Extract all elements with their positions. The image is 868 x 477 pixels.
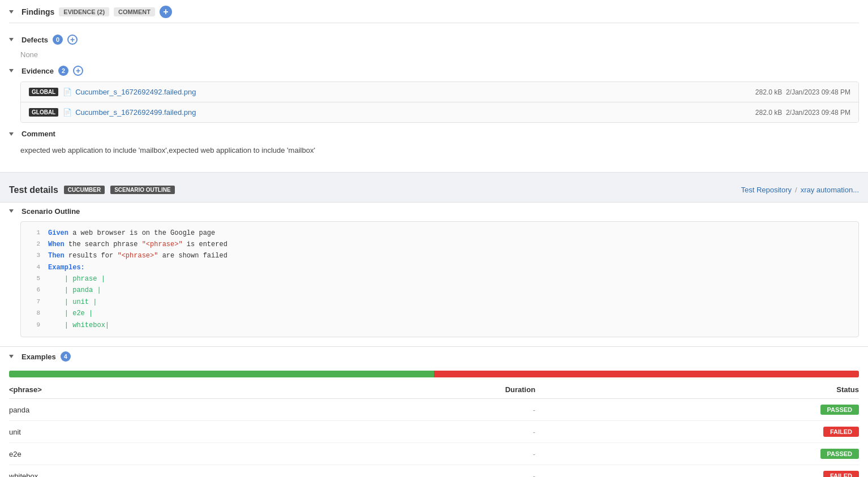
scenario-outline-collapse-icon xyxy=(9,209,14,213)
scenario-outline-code: 1 Given a web browser is on the Google p… xyxy=(20,221,859,338)
example-duration-2: - xyxy=(282,443,535,465)
status-badge-3: FAILED xyxy=(823,471,859,477)
scenario-outline-section: Scenario Outline 1 Given a web browser i… xyxy=(0,203,868,347)
example-phrase-2: e2e xyxy=(9,443,282,465)
example-status-0: PASSED xyxy=(535,399,859,421)
evidence-link-1[interactable]: Cucumber_s_1672692492.failed.png xyxy=(75,88,755,96)
example-duration-0: - xyxy=(282,399,535,421)
tag-cucumber: CUCUMBER xyxy=(64,186,105,194)
code-line-5: 5 | phrase | xyxy=(29,273,850,285)
evidence-scope-badge-1: GLOBAL xyxy=(29,88,58,96)
comment-text: expected web application to include 'mai… xyxy=(9,141,859,163)
examples-table-row: panda - PASSED xyxy=(9,399,859,421)
code-line-9: 9 | whitebox| xyxy=(29,320,850,331)
breadcrumb-path: xray automation... xyxy=(801,186,859,194)
code-line-1: 1 Given a web browser is on the Google p… xyxy=(29,227,850,239)
examples-count-badge: 4 xyxy=(61,351,71,362)
evidence-meta-1: 282.0 kB 2/Jan/2023 09:48 PM xyxy=(755,88,850,96)
defects-count-badge: 0 xyxy=(53,35,63,45)
breadcrumb-repo-link[interactable]: Test Repository xyxy=(741,186,792,194)
code-line-8: 8 | e2e | xyxy=(29,308,850,319)
example-status-1: FAILED xyxy=(535,421,859,443)
evidence-link-2[interactable]: Cucumber_s_1672692499.failed.png xyxy=(75,108,755,117)
examples-section: Examples 4 <phrase> Duration Status pand… xyxy=(0,346,868,477)
findings-section: Findings EVIDENCE (2) COMMENT + Defects … xyxy=(0,0,868,173)
evidence-row: GLOBAL 📄 Cucumber_s_1672692492.failed.pn… xyxy=(21,82,858,102)
example-duration-3: - xyxy=(282,465,535,477)
breadcrumb: Test Repository / xray automation... xyxy=(741,186,859,194)
evidence-row: GLOBAL 📄 Cucumber_s_1672692499.failed.pn… xyxy=(21,102,858,122)
evidence-section-header[interactable]: Evidence 2 + xyxy=(9,61,859,79)
status-badge-1: FAILED xyxy=(823,427,859,437)
tab-evidence[interactable]: EVIDENCE (2) xyxy=(59,7,109,16)
tag-scenario-outline: SCENARIO OUTLINE xyxy=(110,186,174,194)
scenario-outline-title: Scenario Outline xyxy=(22,207,80,216)
code-line-7: 7 | unit | xyxy=(29,296,850,308)
examples-collapse-icon xyxy=(9,355,14,358)
progress-failed xyxy=(434,371,859,377)
file-icon-2: 📄 xyxy=(63,108,72,117)
evidence-scope-badge-2: GLOBAL xyxy=(29,108,58,117)
comment-title: Comment xyxy=(22,130,55,138)
comment-collapse-icon xyxy=(9,132,14,136)
code-line-6: 6 | panda | xyxy=(29,285,850,296)
add-evidence-button[interactable]: + xyxy=(73,66,83,76)
example-phrase-0: panda xyxy=(9,399,282,421)
findings-header: Findings EVIDENCE (2) COMMENT + xyxy=(9,0,859,23)
evidence-list: GLOBAL 📄 Cucumber_s_1672692492.failed.pn… xyxy=(20,81,859,123)
code-line-3: 3 Then results for "<phrase>" are shown … xyxy=(29,250,850,261)
findings-collapse-icon[interactable] xyxy=(9,10,14,14)
progress-passed xyxy=(9,371,434,377)
defects-section-header[interactable]: Defects 0 + xyxy=(9,30,859,48)
breadcrumb-separator: / xyxy=(795,186,797,194)
examples-section-header[interactable]: Examples 4 xyxy=(9,347,859,365)
example-status-2: PASSED xyxy=(535,443,859,465)
status-badge-0: PASSED xyxy=(820,405,859,415)
scenario-outline-header[interactable]: Scenario Outline xyxy=(9,203,859,219)
examples-table-row: whitebox - FAILED xyxy=(9,465,859,477)
add-defect-button[interactable]: + xyxy=(67,35,78,45)
file-icon-1: 📄 xyxy=(63,88,72,96)
defects-title: Defects xyxy=(22,36,48,44)
evidence-meta-2: 282.0 kB 2/Jan/2023 09:48 PM xyxy=(755,109,850,117)
status-badge-2: PASSED xyxy=(820,449,859,459)
examples-table: <phrase> Duration Status panda - PASSED … xyxy=(9,382,859,477)
example-phrase-3: whitebox xyxy=(9,465,282,477)
test-details-header: Test details CUCUMBER SCENARIO OUTLINE T… xyxy=(0,177,868,203)
example-status-3: FAILED xyxy=(535,465,859,477)
example-duration-1: - xyxy=(282,421,535,443)
col-status: Status xyxy=(535,382,859,399)
evidence-title: Evidence xyxy=(22,67,54,75)
findings-title: Findings xyxy=(22,7,54,16)
evidence-count-badge: 2 xyxy=(58,66,68,76)
examples-table-row: unit - FAILED xyxy=(9,421,859,443)
defects-collapse-icon xyxy=(9,38,14,41)
code-line-4: 4 Examples: xyxy=(29,262,850,273)
comment-section-header[interactable]: Comment xyxy=(9,125,859,141)
examples-table-header-row: <phrase> Duration Status xyxy=(9,382,859,399)
examples-table-row: e2e - PASSED xyxy=(9,443,859,465)
tab-comment[interactable]: COMMENT xyxy=(114,7,155,16)
examples-title: Examples xyxy=(22,353,56,361)
example-phrase-1: unit xyxy=(9,421,282,443)
defects-none-text: None xyxy=(9,48,859,61)
test-details-title: Test details xyxy=(9,185,58,195)
col-phrase: <phrase> xyxy=(9,382,282,399)
evidence-collapse-icon xyxy=(9,69,14,72)
test-details-section: Test details CUCUMBER SCENARIO OUTLINE T… xyxy=(0,177,868,478)
code-line-2: 2 When the search phrase "<phrase>" is e… xyxy=(29,239,850,250)
col-duration: Duration xyxy=(282,382,535,399)
add-findings-button[interactable]: + xyxy=(160,6,172,18)
examples-progress-bar xyxy=(9,371,859,377)
